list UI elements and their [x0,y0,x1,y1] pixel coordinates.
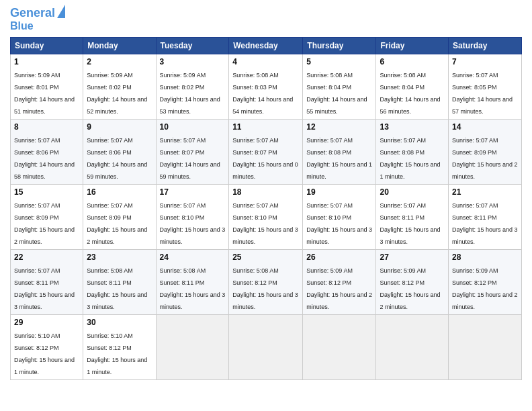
day-number: 26 [306,253,372,262]
calendar-cell: 11Sunrise: 5:07 AMSunset: 8:07 PMDayligh… [229,120,303,185]
day-number: 20 [380,187,445,197]
day-number: 13 [380,122,445,132]
calendar-cell: 29Sunrise: 5:10 AMSunset: 8:12 PMDayligh… [11,315,83,380]
day-number: 25 [232,253,299,262]
day-number: 3 [160,57,226,66]
col-header-monday: Monday [83,38,156,54]
day-number: 15 [14,187,79,197]
day-number: 27 [380,253,445,262]
calendar-cell: 7Sunrise: 5:07 AMSunset: 8:05 PMDaylight… [449,54,522,120]
day-details: Sunrise: 5:07 AMSunset: 8:08 PMDaylight:… [306,137,372,180]
calendar-header-row: SundayMondayTuesdayWednesdayThursdayFrid… [11,38,522,54]
calendar-cell: 27Sunrise: 5:09 AMSunset: 8:12 PMDayligh… [376,250,449,315]
day-details: Sunrise: 5:07 AMSunset: 8:10 PMDaylight:… [160,202,226,245]
day-details: Sunrise: 5:10 AMSunset: 8:12 PMDaylight:… [14,332,75,375]
calendar-cell: 13Sunrise: 5:07 AMSunset: 8:08 PMDayligh… [376,120,449,185]
day-details: Sunrise: 5:09 AMSunset: 8:02 PMDaylight:… [87,72,147,115]
calendar-cell: 22Sunrise: 5:07 AMSunset: 8:11 PMDayligh… [11,250,83,315]
day-number: 29 [14,318,79,327]
page: General Blue SundayMondayTuesdayWednesda… [0,0,532,411]
day-number: 24 [160,253,226,262]
calendar-cell: 4Sunrise: 5:08 AMSunset: 8:03 PMDaylight… [229,54,303,120]
day-details: Sunrise: 5:10 AMSunset: 8:12 PMDaylight:… [87,332,147,375]
logo-triangle-icon [57,5,65,18]
day-details: Sunrise: 5:09 AMSunset: 8:12 PMDaylight:… [380,267,440,310]
calendar-cell: 8Sunrise: 5:07 AMSunset: 8:06 PMDaylight… [11,120,83,185]
calendar-cell: 30Sunrise: 5:10 AMSunset: 8:12 PMDayligh… [83,315,156,380]
day-details: Sunrise: 5:07 AMSunset: 8:06 PMDaylight:… [87,137,147,180]
day-number: 22 [14,253,79,262]
calendar-cell: 20Sunrise: 5:07 AMSunset: 8:11 PMDayligh… [376,185,449,250]
day-details: Sunrise: 5:07 AMSunset: 8:05 PMDaylight:… [452,72,513,115]
col-header-sunday: Sunday [11,38,83,54]
day-details: Sunrise: 5:07 AMSunset: 8:11 PMDaylight:… [380,202,440,245]
calendar-cell [229,315,303,380]
calendar-row-5: 29Sunrise: 5:10 AMSunset: 8:12 PMDayligh… [11,315,522,380]
calendar-cell: 23Sunrise: 5:08 AMSunset: 8:11 PMDayligh… [83,250,156,315]
day-number: 11 [232,122,299,132]
header: General Blue [10,7,522,32]
calendar-cell: 21Sunrise: 5:07 AMSunset: 8:11 PMDayligh… [449,185,522,250]
calendar-cell: 17Sunrise: 5:07 AMSunset: 8:10 PMDayligh… [156,185,229,250]
calendar-cell: 28Sunrise: 5:09 AMSunset: 8:12 PMDayligh… [449,250,522,315]
calendar-row-4: 22Sunrise: 5:07 AMSunset: 8:11 PMDayligh… [11,250,522,315]
day-number: 1 [14,57,79,66]
col-header-wednesday: Wednesday [229,38,303,54]
day-number: 23 [87,253,152,262]
calendar-cell: 6Sunrise: 5:08 AMSunset: 8:04 PMDaylight… [376,54,449,120]
day-details: Sunrise: 5:07 AMSunset: 8:08 PMDaylight:… [380,137,440,180]
calendar-cell: 5Sunrise: 5:08 AMSunset: 8:04 PMDaylight… [303,54,376,120]
day-details: Sunrise: 5:09 AMSunset: 8:12 PMDaylight:… [452,267,518,310]
day-details: Sunrise: 5:08 AMSunset: 8:11 PMDaylight:… [160,267,226,310]
day-number: 16 [87,187,152,197]
day-details: Sunrise: 5:08 AMSunset: 8:12 PMDaylight:… [232,267,298,310]
calendar-cell: 19Sunrise: 5:07 AMSunset: 8:10 PMDayligh… [303,185,376,250]
day-details: Sunrise: 5:07 AMSunset: 8:11 PMDaylight:… [14,267,75,310]
calendar-cell: 3Sunrise: 5:09 AMSunset: 8:02 PMDaylight… [156,54,229,120]
day-details: Sunrise: 5:07 AMSunset: 8:11 PMDaylight:… [452,202,518,245]
calendar-cell: 2Sunrise: 5:09 AMSunset: 8:02 PMDaylight… [83,54,156,120]
day-details: Sunrise: 5:08 AMSunset: 8:04 PMDaylight:… [380,72,440,115]
calendar-cell: 15Sunrise: 5:07 AMSunset: 8:09 PMDayligh… [11,185,83,250]
day-details: Sunrise: 5:07 AMSunset: 8:07 PMDaylight:… [160,137,220,180]
calendar-cell: 24Sunrise: 5:08 AMSunset: 8:11 PMDayligh… [156,250,229,315]
day-number: 5 [306,57,372,66]
day-number: 21 [452,187,518,197]
col-header-friday: Friday [376,38,449,54]
calendar-cell: 18Sunrise: 5:07 AMSunset: 8:10 PMDayligh… [229,185,303,250]
day-number: 19 [306,187,372,197]
day-number: 7 [452,57,518,66]
calendar-cell: 26Sunrise: 5:09 AMSunset: 8:12 PMDayligh… [303,250,376,315]
calendar-row-2: 8Sunrise: 5:07 AMSunset: 8:06 PMDaylight… [11,120,522,185]
calendar-cell [449,315,522,380]
calendar-cell: 12Sunrise: 5:07 AMSunset: 8:08 PMDayligh… [303,120,376,185]
col-header-saturday: Saturday [449,38,522,54]
day-number: 14 [452,122,518,132]
day-details: Sunrise: 5:07 AMSunset: 8:10 PMDaylight:… [306,202,372,245]
logo: General Blue [10,7,65,32]
calendar-cell [156,315,229,380]
day-number: 17 [160,187,226,197]
day-number: 28 [452,253,518,262]
day-number: 8 [14,122,79,132]
col-header-tuesday: Tuesday [156,38,229,54]
day-number: 18 [232,187,299,197]
calendar-row-3: 15Sunrise: 5:07 AMSunset: 8:09 PMDayligh… [11,185,522,250]
day-details: Sunrise: 5:07 AMSunset: 8:09 PMDaylight:… [87,202,147,245]
calendar-cell: 10Sunrise: 5:07 AMSunset: 8:07 PMDayligh… [156,120,229,185]
day-details: Sunrise: 5:07 AMSunset: 8:07 PMDaylight:… [232,137,298,180]
calendar-cell [376,315,449,380]
day-details: Sunrise: 5:09 AMSunset: 8:12 PMDaylight:… [306,267,372,310]
day-details: Sunrise: 5:08 AMSunset: 8:03 PMDaylight:… [232,72,293,115]
day-details: Sunrise: 5:09 AMSunset: 8:02 PMDaylight:… [160,72,220,115]
day-number: 10 [160,122,226,132]
calendar-row-1: 1Sunrise: 5:09 AMSunset: 8:01 PMDaylight… [11,54,522,120]
calendar-cell: 1Sunrise: 5:09 AMSunset: 8:01 PMDaylight… [11,54,83,120]
logo-text: General [10,7,55,20]
day-details: Sunrise: 5:07 AMSunset: 8:09 PMDaylight:… [14,202,75,245]
day-number: 6 [380,57,445,66]
day-details: Sunrise: 5:08 AMSunset: 8:04 PMDaylight:… [306,72,367,115]
day-details: Sunrise: 5:09 AMSunset: 8:01 PMDaylight:… [14,72,75,115]
calendar-cell: 25Sunrise: 5:08 AMSunset: 8:12 PMDayligh… [229,250,303,315]
calendar-cell: 9Sunrise: 5:07 AMSunset: 8:06 PMDaylight… [83,120,156,185]
